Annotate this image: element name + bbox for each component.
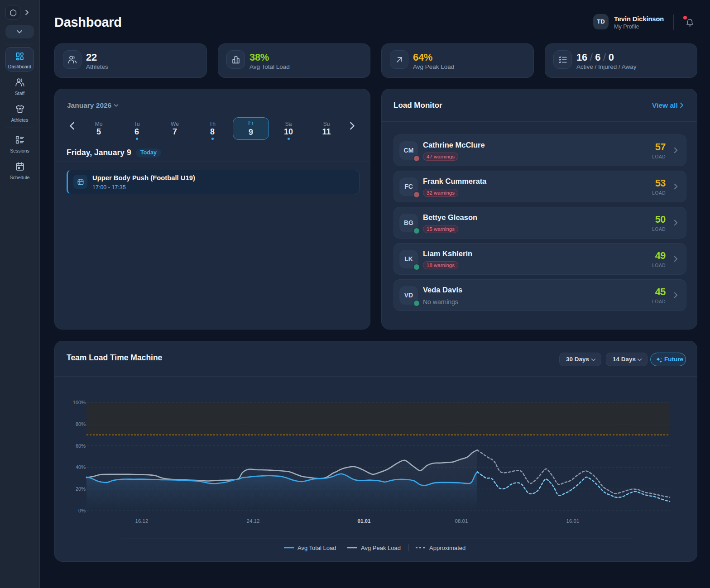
svg-text:Avg Total Load: Avg Total Load [297, 545, 336, 551]
svg-text:Approximated: Approximated [429, 545, 465, 551]
svg-text:20%: 20% [76, 486, 86, 492]
svg-text:01.01: 01.01 [358, 518, 371, 524]
svg-text:60%: 60% [76, 443, 86, 449]
svg-text:Avg Peak Load: Avg Peak Load [361, 545, 401, 551]
svg-text:100%: 100% [73, 400, 86, 405]
svg-text:16.12: 16.12 [135, 518, 149, 524]
svg-text:0%: 0% [78, 508, 86, 513]
svg-text:08.01: 08.01 [455, 518, 468, 524]
svg-text:16.01: 16.01 [566, 518, 580, 524]
svg-text:40%: 40% [76, 464, 86, 470]
svg-text:24.12: 24.12 [247, 518, 260, 524]
svg-text:80%: 80% [76, 421, 86, 427]
